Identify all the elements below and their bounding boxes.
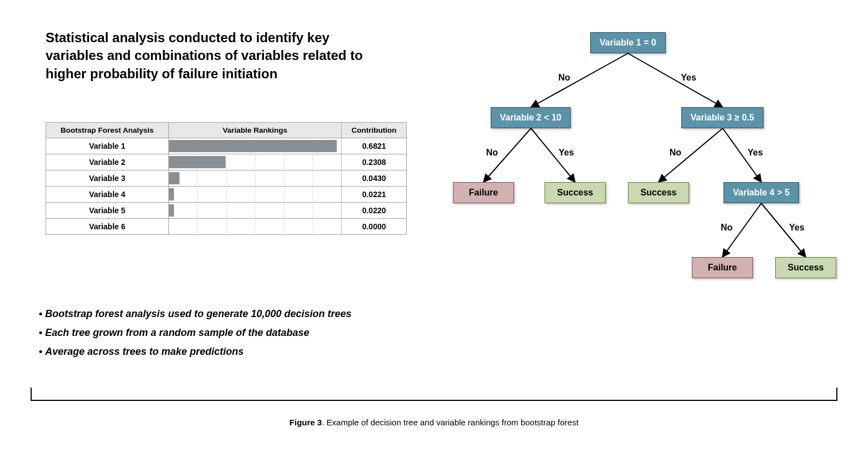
ranking-bar [169, 188, 174, 200]
notes-list: Bootstrap forest analysis used to genera… [39, 304, 352, 361]
figure-container: Statistical analysis conducted to identi… [0, 0, 868, 452]
table-row: Variable 20.2308 [46, 154, 407, 170]
edge-label-yes: Yes [789, 223, 805, 233]
ranking-bar [169, 204, 174, 217]
edge-label-yes: Yes [558, 148, 574, 158]
edge-label-no: No [670, 148, 681, 158]
decision-tree: Variable 1 = 0Variable 2 < 10Variable 3 … [433, 32, 822, 299]
figure-caption: Figure 3. Example of decision tree and v… [0, 418, 868, 427]
contribution-value: 0.0430 [342, 170, 407, 187]
table-row: Variable 30.0430 [46, 170, 407, 187]
th-contribution: Contribution [342, 123, 407, 138]
success-node: Success [628, 182, 689, 203]
variable-name: Variable 3 [46, 170, 169, 187]
table-row: Variable 60.0000 [46, 219, 407, 235]
caption-text: . Example of decision tree and variable … [322, 418, 578, 427]
edge-label-yes: Yes [681, 73, 696, 83]
table-row: Variable 50.0220 [46, 203, 407, 219]
ranking-bar-cell [168, 219, 342, 235]
edge-label-yes: Yes [747, 148, 763, 158]
ranking-bar-cell [168, 138, 342, 154]
ranking-bar [169, 140, 337, 152]
variable-name: Variable 4 [46, 187, 169, 203]
variable-name: Variable 1 [46, 138, 169, 154]
decision-node: Variable 3 ≥ 0.5 [681, 107, 764, 128]
ranking-bar [169, 156, 226, 168]
variable-name: Variable 5 [46, 203, 169, 219]
table-row: Variable 10.6821 [46, 138, 407, 154]
decision-node: Variable 4 > 5 [724, 182, 799, 203]
contribution-value: 0.0221 [342, 187, 407, 203]
rankings-table-wrap: Bootstrap Forest Analysis Variable Ranki… [46, 122, 407, 235]
contribution-value: 0.6821 [342, 138, 407, 154]
table-header-row: Bootstrap Forest Analysis Variable Ranki… [46, 123, 407, 138]
table-row: Variable 40.0221 [46, 187, 407, 203]
note-item: Average across trees to make predictions [39, 342, 352, 361]
caption-label: Figure 3 [290, 418, 322, 427]
page-title: Statistical analysis conducted to identi… [46, 29, 368, 83]
edge-label-no: No [721, 223, 732, 233]
th-rankings: Variable Rankings [168, 123, 342, 138]
ranking-bar-cell [168, 170, 342, 187]
note-item: Each tree grown from a random sample of … [39, 323, 352, 342]
contribution-value: 0.0000 [342, 219, 407, 235]
edge-label-no: No [486, 148, 498, 158]
svg-line-1 [628, 53, 723, 107]
edge-label-no: No [558, 73, 570, 83]
ranking-bar-cell [168, 203, 342, 219]
ranking-bar [169, 172, 179, 184]
th-analysis: Bootstrap Forest Analysis [46, 123, 169, 138]
success-node: Success [775, 257, 836, 278]
ranking-bar-cell [168, 187, 342, 203]
rankings-table: Bootstrap Forest Analysis Variable Ranki… [46, 122, 407, 235]
contribution-value: 0.0220 [342, 203, 407, 219]
failure-node: Failure [453, 182, 514, 203]
variable-name: Variable 2 [46, 154, 169, 170]
svg-line-0 [531, 53, 628, 107]
note-item: Bootstrap forest analysis used to genera… [39, 304, 352, 323]
decision-node: Variable 1 = 0 [590, 32, 666, 53]
failure-node: Failure [692, 257, 753, 278]
figure-rule [31, 388, 837, 401]
contribution-value: 0.2308 [342, 154, 407, 170]
svg-line-4 [659, 128, 723, 182]
variable-name: Variable 6 [46, 219, 169, 235]
decision-node: Variable 2 < 10 [491, 107, 571, 128]
ranking-bar-cell [168, 154, 342, 170]
tree-edges [433, 32, 822, 299]
success-node: Success [545, 182, 606, 203]
